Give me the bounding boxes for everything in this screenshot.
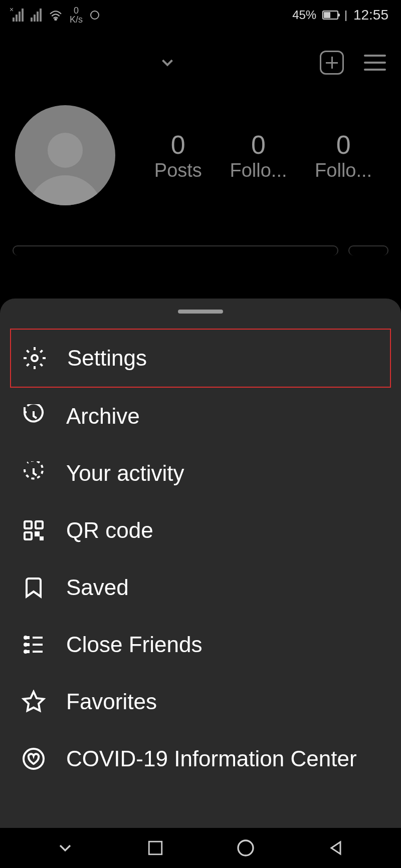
svg-point-1 bbox=[91, 11, 99, 19]
posts-stat[interactable]: 0 Posts bbox=[154, 130, 202, 181]
bookmark-icon bbox=[21, 575, 46, 600]
menu-covid-label: COVID-19 Information Center bbox=[66, 746, 357, 771]
edit-profile-button[interactable] bbox=[13, 245, 338, 255]
menu-qr-label: QR code bbox=[66, 518, 153, 543]
nav-recent-button[interactable] bbox=[143, 836, 167, 860]
nav-down-button[interactable] bbox=[53, 836, 77, 860]
menu-archive-label: Archive bbox=[66, 404, 140, 429]
android-nav-bar bbox=[0, 828, 401, 868]
followers-stat[interactable]: 0 Follo... bbox=[230, 130, 287, 181]
following-stat[interactable]: 0 Follo... bbox=[315, 130, 372, 181]
menu-settings-label: Settings bbox=[67, 346, 147, 371]
menu-close-friends[interactable]: Close Friends bbox=[0, 616, 401, 673]
status-bar: × 0 K/s bbox=[0, 0, 401, 30]
svg-rect-4 bbox=[36, 521, 43, 528]
close-friends-icon bbox=[21, 632, 46, 657]
svg-point-0 bbox=[55, 19, 56, 20]
qr-code-icon bbox=[21, 518, 46, 543]
status-right: 45% | 12:55 bbox=[292, 7, 388, 23]
svg-point-9 bbox=[25, 644, 27, 646]
svg-rect-6 bbox=[36, 532, 39, 535]
menu-settings[interactable]: Settings bbox=[10, 329, 391, 388]
svg-marker-11 bbox=[24, 692, 44, 711]
menu-activity-label: Your activity bbox=[66, 461, 184, 486]
status-left: × 0 K/s bbox=[13, 6, 100, 24]
svg-rect-13 bbox=[149, 841, 162, 854]
svg-point-10 bbox=[25, 651, 27, 653]
menu-covid[interactable]: COVID-19 Information Center bbox=[0, 730, 401, 787]
hamburger-menu-button[interactable] bbox=[364, 55, 386, 71]
battery-icon bbox=[322, 11, 338, 20]
svg-rect-7 bbox=[41, 537, 43, 539]
svg-point-8 bbox=[25, 637, 27, 639]
heart-circle-icon bbox=[21, 746, 46, 771]
username-dropdown[interactable] bbox=[15, 53, 320, 72]
svg-point-2 bbox=[32, 355, 38, 361]
menu-favorites-label: Favorites bbox=[66, 689, 157, 714]
svg-point-14 bbox=[238, 840, 253, 855]
svg-rect-5 bbox=[25, 532, 32, 539]
nav-back-button[interactable] bbox=[324, 836, 348, 860]
avatar[interactable] bbox=[15, 105, 115, 205]
wifi-icon bbox=[49, 10, 63, 21]
menu-archive[interactable]: Archive bbox=[0, 388, 401, 445]
gear-icon bbox=[22, 346, 47, 371]
menu-saved-label: Saved bbox=[66, 575, 129, 600]
archive-icon bbox=[21, 404, 46, 429]
star-icon bbox=[21, 689, 46, 714]
activity-icon bbox=[21, 461, 46, 486]
nav-home-button[interactable] bbox=[234, 836, 258, 860]
menu-qr-code[interactable]: QR code bbox=[0, 502, 401, 559]
menu-your-activity[interactable]: Your activity bbox=[0, 445, 401, 502]
menu-saved[interactable]: Saved bbox=[0, 559, 401, 616]
signal-icon-no-sim: × bbox=[13, 9, 24, 22]
signal-icon bbox=[31, 9, 42, 22]
profile-stats-section: 0 Posts 0 Follo... 0 Follo... bbox=[0, 95, 401, 245]
edit-profile-area bbox=[0, 245, 401, 255]
circle-icon bbox=[90, 10, 100, 20]
battery-percent: 45% bbox=[292, 8, 316, 22]
menu-bottom-sheet: Settings Archive Your activity bbox=[0, 299, 401, 828]
network-speed: 0 K/s bbox=[70, 6, 83, 24]
time: 12:55 bbox=[353, 7, 388, 23]
profile-header bbox=[0, 30, 401, 95]
menu-favorites[interactable]: Favorites bbox=[0, 673, 401, 730]
create-post-button[interactable] bbox=[320, 51, 344, 75]
sheet-drag-handle[interactable] bbox=[178, 310, 223, 314]
svg-rect-3 bbox=[25, 521, 32, 528]
discover-people-button[interactable] bbox=[348, 245, 388, 255]
menu-close-friends-label: Close Friends bbox=[66, 632, 202, 657]
